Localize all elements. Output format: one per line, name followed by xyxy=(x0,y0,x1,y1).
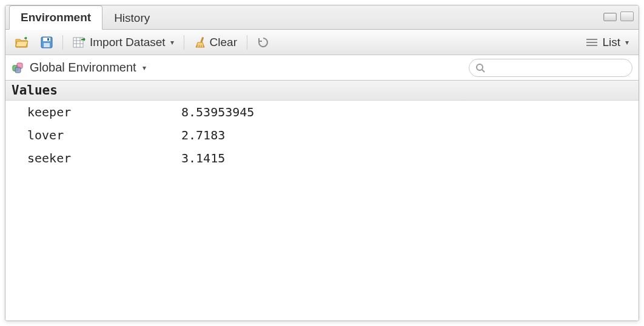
environment-panel: Environment History xyxy=(5,5,639,321)
values-list: keeper8.53953945lover2.7183seeker3.1415 xyxy=(5,101,639,321)
caret-down-icon: ▾ xyxy=(143,64,146,72)
open-button[interactable] xyxy=(12,35,32,50)
refresh-icon xyxy=(257,36,269,48)
variable-value: 3.1415 xyxy=(175,151,639,165)
refresh-button[interactable] xyxy=(253,35,273,50)
tab-environment[interactable]: Environment xyxy=(9,5,102,30)
svg-rect-1 xyxy=(43,38,50,41)
window-controls xyxy=(603,12,634,21)
view-mode-label: List xyxy=(602,36,620,49)
variable-name: keeper xyxy=(5,105,175,119)
grid-import-icon xyxy=(73,37,86,48)
import-dataset-button[interactable]: Import Dataset ▾ xyxy=(69,34,178,51)
caret-down-icon: ▾ xyxy=(625,38,629,47)
toolbar-separator xyxy=(184,35,184,50)
maximize-button[interactable] xyxy=(620,12,634,21)
clear-button[interactable]: Clear xyxy=(190,34,241,51)
variable-name: seeker xyxy=(5,151,175,165)
values-header-label: Values xyxy=(12,83,58,98)
clear-label: Clear xyxy=(210,36,237,49)
variable-row[interactable]: lover2.7183 xyxy=(5,124,639,147)
caret-down-icon: ▾ xyxy=(170,38,174,47)
svg-line-18 xyxy=(482,70,485,72)
save-button[interactable] xyxy=(37,35,56,50)
environment-scope-bar: Global Environment ▾ xyxy=(5,55,639,81)
toolbar-separator xyxy=(247,35,247,50)
search-box[interactable] xyxy=(469,59,632,77)
svg-rect-2 xyxy=(44,43,50,47)
tab-bar: Environment History xyxy=(5,5,639,30)
view-mode-button[interactable]: List ▾ xyxy=(582,34,632,51)
search-icon xyxy=(475,63,485,73)
tab-label: Environment xyxy=(21,11,91,24)
toolbar: Import Dataset ▾ Clear xyxy=(5,30,639,55)
import-dataset-label: Import Dataset xyxy=(90,36,166,49)
search-input[interactable] xyxy=(489,62,626,73)
environment-scope-label: Global Environment xyxy=(30,61,136,75)
svg-rect-16 xyxy=(15,67,21,73)
variable-row[interactable]: seeker3.1415 xyxy=(5,147,639,170)
environment-scope-selector[interactable]: Global Environment ▾ xyxy=(12,61,146,75)
svg-point-17 xyxy=(477,64,483,70)
variable-value: 2.7183 xyxy=(175,128,639,142)
toolbar-separator xyxy=(62,35,63,50)
tab-label: History xyxy=(114,12,150,24)
variable-value: 8.53953945 xyxy=(175,105,639,119)
environment-cubes-icon xyxy=(12,62,25,74)
broom-icon xyxy=(194,36,206,48)
svg-rect-9 xyxy=(200,36,204,42)
minimize-button[interactable] xyxy=(603,13,617,21)
values-section-header: Values xyxy=(5,81,639,101)
list-lines-icon xyxy=(585,38,599,47)
folder-open-icon xyxy=(15,37,29,48)
variable-name: lover xyxy=(5,128,175,142)
floppy-disk-icon xyxy=(41,36,53,48)
tab-history[interactable]: History xyxy=(102,6,161,30)
variable-row[interactable]: keeper8.53953945 xyxy=(5,101,639,124)
svg-rect-3 xyxy=(47,38,49,41)
